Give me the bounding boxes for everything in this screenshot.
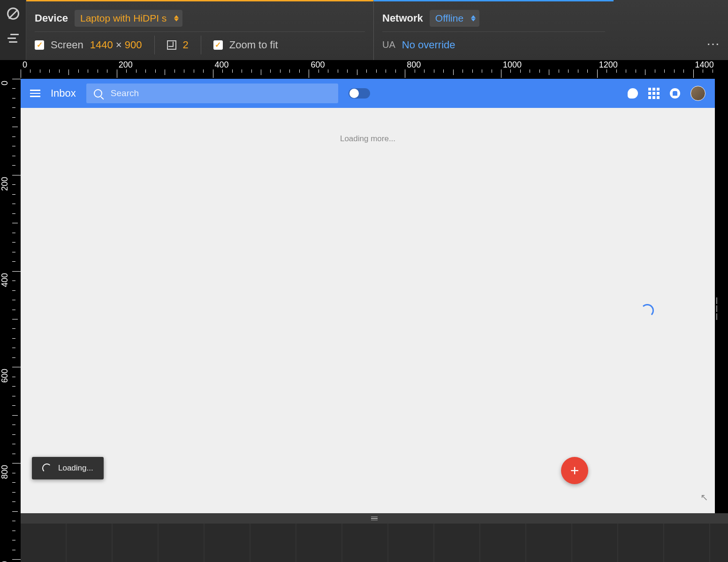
times-symbol: × <box>116 39 122 51</box>
inbox-header: Inbox Search <box>21 79 715 108</box>
screen-height[interactable]: 900 <box>125 39 142 51</box>
devtools-left-toolbar <box>0 0 26 60</box>
menu-icon[interactable] <box>30 90 40 97</box>
devtools-drawer-handle[interactable] <box>21 513 728 524</box>
device-viewport: Inbox Search Loading more... + Loading..… <box>21 79 715 513</box>
toast-text: Loading... <box>58 463 93 473</box>
ruler-horizontal: 0200400600800100012001400 <box>0 60 728 79</box>
network-label: Network <box>382 12 423 24</box>
select-arrows-icon <box>471 15 476 22</box>
search-bar[interactable]: Search <box>86 84 338 103</box>
zoom-checkbox[interactable]: ✓ <box>213 40 223 50</box>
resize-corner-icon[interactable]: ↖ <box>700 492 708 503</box>
cancel-icon[interactable] <box>7 8 19 20</box>
screen-label: Screen <box>51 39 83 51</box>
apps-grid-icon[interactable] <box>648 88 660 99</box>
dpr-value[interactable]: 2 <box>183 39 189 51</box>
overflow-menu-icon[interactable]: ⋯ <box>706 36 728 52</box>
dpr-icon <box>167 40 176 50</box>
screen-width[interactable]: 1440 <box>90 39 113 51</box>
avatar[interactable] <box>690 86 705 101</box>
select-arrows-icon <box>174 15 179 22</box>
ua-label: UA <box>382 39 395 50</box>
search-placeholder: Search <box>111 88 139 99</box>
hangouts-icon[interactable] <box>628 88 638 99</box>
network-select[interactable]: Offline <box>430 10 479 27</box>
resize-handle-right[interactable] <box>715 295 719 323</box>
compose-button[interactable]: + <box>561 457 588 484</box>
loading-toast: Loading... <box>32 457 104 479</box>
search-icon <box>94 89 102 98</box>
plus-icon: + <box>570 462 579 479</box>
inbox-title: Inbox <box>51 87 76 99</box>
ruler-vertical: 02004006008001000 <box>0 79 21 562</box>
network-select-value: Offline <box>435 13 463 23</box>
spinner-icon <box>42 463 52 473</box>
device-select[interactable]: Laptop with HiDPI s <box>75 10 182 27</box>
notifications-icon[interactable] <box>670 88 680 99</box>
device-select-value: Laptop with HiDPI s <box>80 13 167 23</box>
spinner-icon <box>641 304 654 317</box>
ua-value[interactable]: No override <box>402 39 455 51</box>
network-group: Network Offline UA No override <box>373 0 614 60</box>
pin-toggle[interactable] <box>349 88 370 99</box>
loading-more-text: Loading more... <box>21 108 715 144</box>
device-label: Device <box>35 12 68 24</box>
devtools-device-toolbar: Device Laptop with HiDPI s ✓ Screen 1440… <box>26 0 728 60</box>
drawer-grip-icon <box>371 516 378 521</box>
device-group: Device Laptop with HiDPI s ✓ Screen 1440… <box>26 0 373 60</box>
settings-sliders-icon[interactable] <box>8 34 19 43</box>
zoom-label: Zoom to fit <box>229 39 278 51</box>
screen-checkbox[interactable]: ✓ <box>35 40 44 50</box>
devtools-timeline[interactable] <box>21 524 728 562</box>
